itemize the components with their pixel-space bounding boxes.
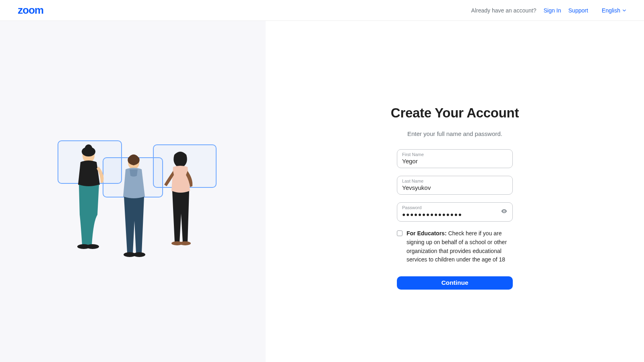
svg-point-11 — [504, 211, 505, 212]
language-label: English — [602, 7, 620, 14]
signup-form: First Name Last Name Password ●●●●●●●●●●… — [397, 149, 513, 290]
svg-point-2 — [82, 147, 95, 156]
zoom-logo: zoom — [18, 4, 43, 16]
educators-text: For Educators: Check here if you are sig… — [407, 229, 513, 264]
last-name-input[interactable] — [402, 184, 508, 191]
svg-point-10 — [180, 241, 191, 245]
first-name-field[interactable]: First Name — [397, 149, 513, 168]
page-subtitle: Enter your full name and password. — [407, 130, 502, 137]
svg-point-7 — [133, 252, 145, 257]
continue-button[interactable]: Continue — [397, 276, 513, 290]
password-input[interactable]: ●●●●●●●●●●●●●●● — [402, 211, 508, 219]
chevron-down-icon — [622, 8, 626, 12]
sign-in-link[interactable]: Sign In — [543, 7, 561, 14]
password-field[interactable]: Password ●●●●●●●●●●●●●●● — [397, 202, 513, 222]
people-illustration — [46, 129, 219, 254]
password-label: Password — [402, 205, 508, 210]
already-have-account-text: Already have an account? — [471, 7, 537, 14]
first-name-input[interactable] — [402, 158, 508, 165]
header-right: Already have an account? Sign In Support… — [471, 7, 626, 14]
last-name-field[interactable]: Last Name — [397, 176, 513, 195]
page-title: Create Your Account — [391, 105, 519, 121]
language-selector[interactable]: English — [602, 7, 626, 14]
last-name-label: Last Name — [402, 179, 508, 184]
educators-checkbox[interactable] — [397, 230, 402, 236]
svg-point-4 — [86, 244, 99, 249]
illustration-panel — [0, 21, 266, 362]
show-password-button[interactable] — [501, 208, 508, 216]
support-link[interactable]: Support — [568, 7, 588, 14]
educators-row: For Educators: Check here if you are sig… — [397, 229, 513, 264]
educators-bold: For Educators: — [407, 230, 447, 237]
first-name-label: First Name — [402, 152, 508, 157]
eye-icon — [501, 208, 508, 215]
header: zoom Already have an account? Sign In Su… — [0, 0, 644, 21]
